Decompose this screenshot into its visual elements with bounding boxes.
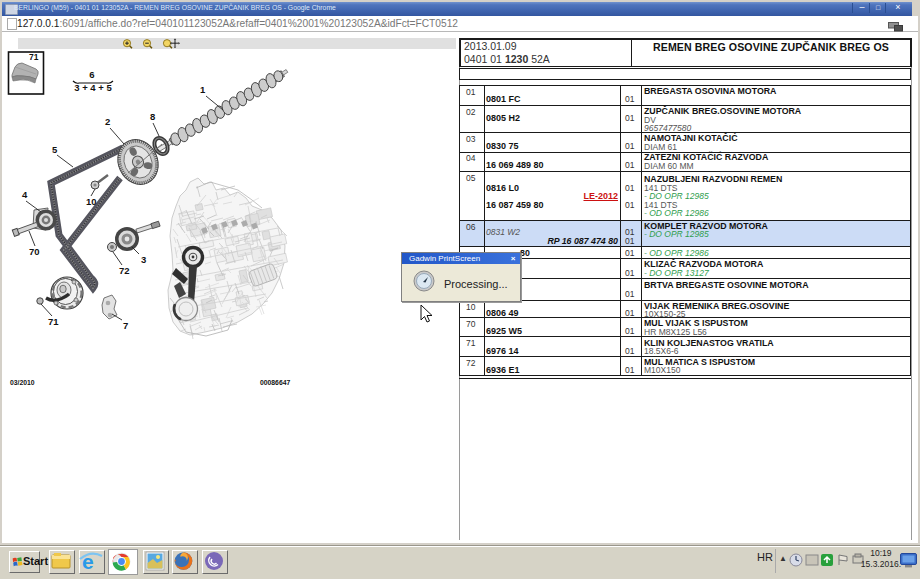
- svg-text:72: 72: [119, 265, 130, 276]
- svg-text:2: 2: [105, 116, 110, 127]
- svg-text:5: 5: [52, 144, 58, 155]
- svg-text:71: 71: [29, 52, 39, 62]
- svg-text:7: 7: [123, 320, 128, 331]
- svg-text:10: 10: [86, 196, 97, 207]
- svg-text:3 + 4 + 5: 3 + 4 + 5: [74, 82, 112, 93]
- svg-text:1: 1: [200, 84, 206, 95]
- svg-text:6: 6: [89, 69, 94, 80]
- svg-text:03/2010: 03/2010: [10, 379, 35, 386]
- svg-text:00086647: 00086647: [260, 379, 290, 386]
- svg-text:70: 70: [29, 246, 40, 257]
- svg-text:8: 8: [150, 111, 155, 122]
- svg-text:3: 3: [141, 254, 146, 265]
- svg-text:71: 71: [48, 316, 59, 327]
- svg-text:4: 4: [22, 189, 28, 200]
